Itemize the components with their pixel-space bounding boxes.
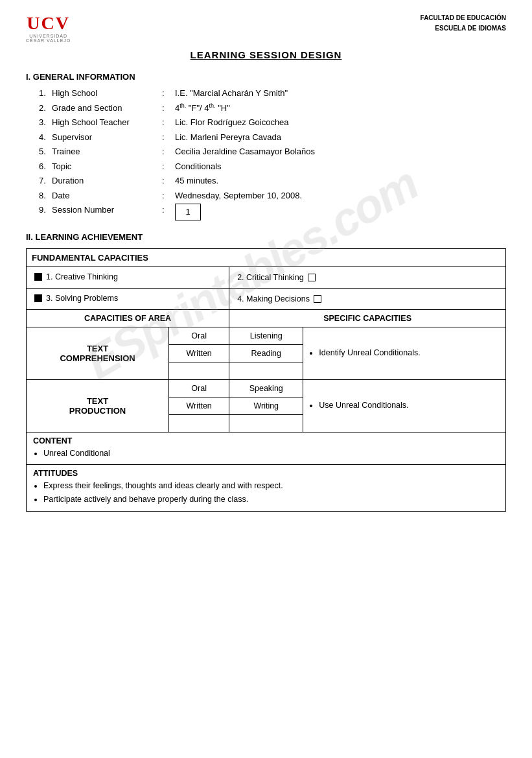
info-item-topic: 6. Topic : Conditionals (39, 160, 506, 173)
attitudes-list: Express their feelings, thoughts and ide… (43, 479, 499, 507)
topic-value: Conditionals (175, 160, 506, 173)
attitudes-cell: ATTITUDES Express their feelings, though… (27, 465, 506, 512)
faculty-line1: FACULTAD DE EDUCACIÓN (421, 13, 506, 23)
page-title: LEARNING SESSION DESIGN (26, 49, 506, 60)
section2-title: II. LEARNING ACHIEVEMENT (26, 232, 506, 242)
logo-area: UCV UNIVERSIDADCÉSAR VALLEJO (26, 13, 71, 43)
empty-cell-1 (169, 362, 229, 379)
session-number-box: 1 (175, 204, 201, 220)
supervisor-value: Lic. Marleni Pereyra Cavada (175, 131, 506, 144)
capacities-row1: 1. Creative Thinking 2. Critical Thinkin… (27, 266, 506, 288)
content-item1: Unreal Conditional (43, 447, 499, 460)
text-comp-header-row: TEXTCOMPREHENSION Oral Listening Identif… (27, 327, 506, 344)
critical-thinking-cell: 2. Critical Thinking (229, 266, 506, 288)
attitudes-label: ATTITUDES (33, 469, 499, 478)
content-row: CONTENT Unreal Conditional (27, 432, 506, 464)
grade-value: 4th. "F"/ 4th. "H" (175, 102, 506, 115)
content-list: Unreal Conditional (43, 447, 499, 460)
info-item-duration: 7. Duration : 45 minutes. (39, 174, 506, 187)
creative-thinking-label: 1. Creative Thinking (46, 272, 118, 281)
written-cell-1: Written (169, 344, 229, 362)
info-item-trainee: 5. Trainee : Cecilia Jeraldine Casamayor… (39, 145, 506, 158)
info-item-highschool: 1. High School : I.E. "Marcial Acharán Y… (39, 87, 506, 100)
faculty-line2: ESCUELA DE IDIOMAS (421, 23, 506, 34)
general-info-list: 1. High School : I.E. "Marcial Acharán Y… (39, 87, 506, 220)
creative-thinking-cell: 1. Creative Thinking (27, 266, 229, 288)
text-production-cell: TEXTPRODUCTION (27, 379, 169, 432)
writing-cell: Writing (229, 397, 303, 414)
empty-cell-3 (169, 414, 229, 432)
col-specific-cap-header: SPECIFIC CAPACITIES (229, 309, 506, 327)
logo-sub: UNIVERSIDADCÉSAR VALLEJO (26, 34, 71, 43)
production-specific-cell: Use Unreal Conditionals. (303, 379, 506, 432)
empty-cell-2 (229, 362, 303, 379)
attitude-item2: Participate actively and behave properly… (43, 493, 499, 506)
filled-square-icon2 (34, 294, 42, 302)
reading-cell: Reading (229, 344, 303, 362)
content-cell: CONTENT Unreal Conditional (27, 432, 506, 464)
solving-problems-checkbox: 3. Solving Problems (34, 294, 118, 303)
making-decisions-checkbox: 4. Making Decisions (237, 294, 321, 303)
info-item-grade: 2. Grade and Section : 4th. "F"/ 4th. "H… (39, 102, 506, 115)
section1-title: I. GENERAL INFORMATION (26, 72, 506, 82)
speaking-cell: Speaking (229, 379, 303, 397)
info-item-teacher: 3. High School Teacher : Lic. Flor Rodrí… (39, 116, 506, 129)
critical-thinking-label: 2. Critical Thinking (237, 273, 304, 282)
oral-cell-1: Oral (169, 327, 229, 344)
fundamental-header-row: FUNDAMENTAL CAPACITIES (27, 248, 506, 266)
trainee-value: Cecilia Jeraldine Casamayor Bolaños (175, 145, 506, 158)
session-value: 1 (175, 204, 506, 220)
learning-achievement-table: FUNDAMENTAL CAPACITIES 1. Creative Think… (26, 248, 506, 512)
duration-value: 45 minutes. (175, 174, 506, 187)
text-comprehension-cell: TEXTCOMPREHENSION (27, 327, 169, 379)
attitude-item1: Express their feelings, thoughts and ide… (43, 479, 499, 493)
attitudes-row: ATTITUDES Express their feelings, though… (27, 465, 506, 512)
info-item-supervisor: 4. Supervisor : Lic. Marleni Pereyra Cav… (39, 131, 506, 144)
empty-square-icon (308, 274, 316, 281)
critical-thinking-checkbox: 2. Critical Thinking (237, 273, 316, 282)
empty-square-icon2 (314, 295, 321, 303)
teacher-value: Lic. Flor Rodríguez Goicochea (175, 116, 506, 129)
production-specifics-list: Use Unreal Conditionals. (319, 399, 500, 412)
logo-main: UCV (27, 13, 70, 34)
col-headers-row: CAPACITIES OF AREA SPECIFIC CAPACITIES (27, 309, 506, 327)
filled-square-icon (34, 273, 42, 281)
fundamental-capacities-header: FUNDAMENTAL CAPACITIES (27, 248, 506, 266)
info-item-session: 9. Session Number : 1 (39, 204, 506, 220)
solving-problems-label: 3. Solving Problems (46, 294, 118, 303)
written-cell-2: Written (169, 397, 229, 414)
col-capacities-area-header: CAPACITIES OF AREA (27, 309, 229, 327)
solving-problems-cell: 3. Solving Problems (27, 288, 229, 309)
making-decisions-label: 4. Making Decisions (237, 294, 310, 303)
info-item-date: 8. Date : Wednesday, September 10, 2008. (39, 189, 506, 202)
listening-cell: Listening (229, 327, 303, 344)
creative-thinking-checkbox: 1. Creative Thinking (34, 272, 118, 281)
production-specific-item1: Use Unreal Conditionals. (319, 399, 500, 412)
empty-cell-4 (229, 414, 303, 432)
page-header: UCV UNIVERSIDADCÉSAR VALLEJO FACULTAD DE… (26, 13, 506, 43)
date-value: Wednesday, September 10, 2008. (175, 189, 506, 202)
comprehension-specific-item1: Identify Unreal Conditionals. (319, 346, 500, 360)
capacities-row2: 3. Solving Problems 4. Making Decisions (27, 288, 506, 309)
text-prod-header-row: TEXTPRODUCTION Oral Speaking Use Unreal … (27, 379, 506, 397)
oral-cell-2: Oral (169, 379, 229, 397)
content-label: CONTENT (33, 436, 499, 445)
making-decisions-cell: 4. Making Decisions (229, 288, 506, 309)
comprehension-specifics-list: Identify Unreal Conditionals. (319, 346, 500, 360)
comprehension-specific-cell: Identify Unreal Conditionals. (303, 327, 506, 379)
highschool-value: I.E. "Marcial Acharán Y Smith" (175, 87, 506, 100)
faculty-info: FACULTAD DE EDUCACIÓN ESCUELA DE IDIOMAS (421, 13, 506, 34)
